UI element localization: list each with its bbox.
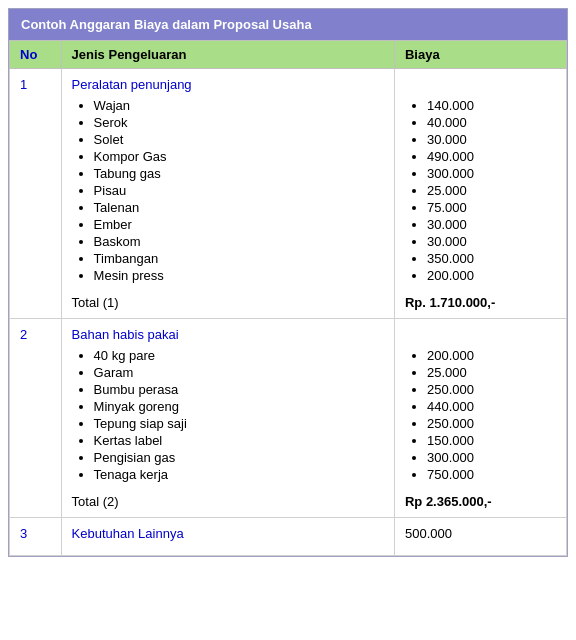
list-item: Serok [94, 115, 384, 130]
cost-item: 30.000 [427, 132, 556, 147]
row-biaya: 500.000 [394, 518, 566, 556]
row-number: 3 [10, 518, 62, 556]
cost-item: 200.000 [427, 348, 556, 363]
list-item: Solet [94, 132, 384, 147]
list-item: Garam [94, 365, 384, 380]
list-item: Bumbu perasa [94, 382, 384, 397]
cost-item: 25.000 [427, 183, 556, 198]
list-item: Baskom [94, 234, 384, 249]
section-title: Peralatan penunjang [72, 77, 384, 92]
cost-value: 500.000 [405, 526, 556, 541]
item-list: WajanSerokSoletKompor GasTabung gasPisau… [72, 98, 384, 283]
list-item: Minyak goreng [94, 399, 384, 414]
list-item: Tabung gas [94, 166, 384, 181]
table-title: Contoh Anggaran Biaya dalam Proposal Usa… [9, 9, 567, 40]
cost-item: 250.000 [427, 382, 556, 397]
cost-item: 150.000 [427, 433, 556, 448]
list-item: Kertas label [94, 433, 384, 448]
list-item: Pisau [94, 183, 384, 198]
header-no: No [10, 41, 62, 69]
row-number: 2 [10, 319, 62, 518]
list-item: Timbangan [94, 251, 384, 266]
cost-item: 40.000 [427, 115, 556, 130]
cost-item: 350.000 [427, 251, 556, 266]
cost-item: 300.000 [427, 166, 556, 181]
row-biaya: Bahan habis pakai200.00025.000250.000440… [394, 319, 566, 518]
table-header-row: No Jenis Pengeluaran Biaya [10, 41, 567, 69]
item-list: 40 kg pareGaramBumbu perasaMinyak goreng… [72, 348, 384, 482]
cost-item: 750.000 [427, 467, 556, 482]
cost-list: 200.00025.000250.000440.000250.000150.00… [405, 348, 556, 482]
row-jenis: Kebutuhan Lainnya [61, 518, 394, 556]
cost-item: 25.000 [427, 365, 556, 380]
total-label: Total (1) [72, 287, 384, 310]
list-item: Kompor Gas [94, 149, 384, 164]
list-item: Talenan [94, 200, 384, 215]
header-biaya: Biaya [394, 41, 566, 69]
section-title: Kebutuhan Lainnya [72, 526, 384, 541]
row-number: 1 [10, 69, 62, 319]
list-item: Tenaga kerja [94, 467, 384, 482]
list-item: Mesin press [94, 268, 384, 283]
row-biaya: Peralatan penunjang140.00040.00030.00049… [394, 69, 566, 319]
total-label: Total (2) [72, 486, 384, 509]
cost-item: 300.000 [427, 450, 556, 465]
list-item: Wajan [94, 98, 384, 113]
list-item: 40 kg pare [94, 348, 384, 363]
cost-list: 140.00040.00030.000490.000300.00025.0007… [405, 98, 556, 283]
cost-item: 490.000 [427, 149, 556, 164]
budget-table-container: Contoh Anggaran Biaya dalam Proposal Usa… [8, 8, 568, 557]
row-jenis: Bahan habis pakai40 kg pareGaramBumbu pe… [61, 319, 394, 518]
budget-table: No Jenis Pengeluaran Biaya 1Peralatan pe… [9, 40, 567, 556]
list-item: Tepung siap saji [94, 416, 384, 431]
total-value: Rp 2.365.000,- [405, 486, 556, 509]
header-jenis: Jenis Pengeluaran [61, 41, 394, 69]
row-jenis: Peralatan penunjangWajanSerokSoletKompor… [61, 69, 394, 319]
cost-item: 140.000 [427, 98, 556, 113]
list-item: Pengisian gas [94, 450, 384, 465]
cost-item: 75.000 [427, 200, 556, 215]
total-value: Rp. 1.710.000,- [405, 287, 556, 310]
table-row: 3Kebutuhan Lainnya500.000 [10, 518, 567, 556]
cost-item: 440.000 [427, 399, 556, 414]
cost-item: 250.000 [427, 416, 556, 431]
cost-item: 30.000 [427, 234, 556, 249]
cost-item: 200.000 [427, 268, 556, 283]
table-row: 2Bahan habis pakai40 kg pareGaramBumbu p… [10, 319, 567, 518]
cost-item: 30.000 [427, 217, 556, 232]
section-title: Bahan habis pakai [72, 327, 384, 342]
table-row: 1Peralatan penunjangWajanSerokSoletKompo… [10, 69, 567, 319]
list-item: Ember [94, 217, 384, 232]
